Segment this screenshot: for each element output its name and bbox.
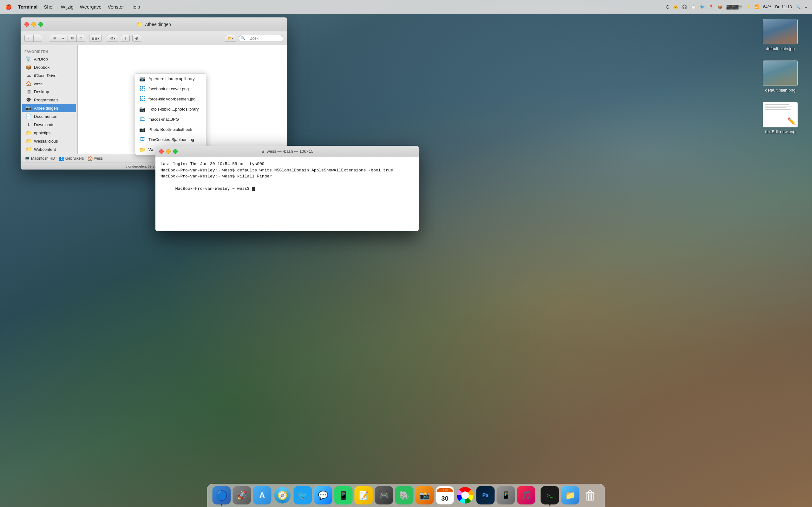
menubar-twitter-icon[interactable]: 🐦	[700, 4, 705, 9]
dock-evernote[interactable]: 🐘	[395, 486, 414, 504]
finder-tag-button[interactable]: ⊕	[132, 35, 141, 42]
finder-view-list[interactable]: ≡	[59, 35, 67, 42]
dock-photoshop[interactable]: Ps	[476, 486, 495, 504]
sidebar-item-desktop[interactable]: 🖥 Desktop	[22, 88, 76, 96]
file-item-macos[interactable]: 🖼 macos-mac.JPG	[135, 114, 206, 124]
finder-minimize-button[interactable]	[32, 22, 36, 26]
file-label-timcookies: TimCookies-Sjabloon.jpg	[148, 137, 194, 142]
menubar-sync-icon[interactable]: 📋	[691, 4, 696, 9]
file-item-force-klik[interactable]: 🖼 force-klik voorbeelden.jpg	[135, 94, 206, 104]
finder-view-icon[interactable]: ⊞	[50, 35, 59, 42]
dock-game[interactable]: 🎮	[375, 486, 393, 504]
dock-twitter[interactable]: 🐦	[294, 486, 312, 504]
breadcrumb-gebruikers[interactable]: Gebruikers	[65, 156, 84, 161]
finder-view-coverflow[interactable]: ⊡	[77, 35, 85, 42]
menubar-icon2[interactable]: 🐱	[673, 4, 678, 9]
finder-path-btn[interactable]: 📂▾	[225, 35, 236, 42]
dock-notes[interactable]: 📝	[355, 486, 373, 504]
menubar-help[interactable]: Help	[131, 4, 140, 9]
menubar: 🍎 Terminal Shell Wijzig Weergave Venster…	[0, 0, 812, 14]
file-item-facebook[interactable]: 🖼 facebook at cover.png	[135, 83, 206, 94]
menubar-terminal[interactable]: Terminal	[18, 4, 38, 9]
finder-forward-button[interactable]: ›	[33, 35, 42, 42]
apple-menu[interactable]: 🍎	[5, 3, 12, 10]
sidebar-item-icloud[interactable]: ☁ iCloud Drive	[22, 71, 76, 79]
sidebar-item-dropbox[interactable]: 📦 Dropbox	[22, 63, 76, 71]
dock-terminal[interactable]: >_	[541, 486, 559, 504]
file-item-photobooth[interactable]: 📷 Photo Booth-bibliotheek	[135, 124, 206, 134]
force-klik-icon: 🖼	[139, 95, 146, 102]
sidebar-item-programmas[interactable]: 🎓 Programma's	[22, 96, 76, 104]
menubar-weergave[interactable]: Weergave	[80, 4, 101, 9]
breadcrumb-wess[interactable]: wess	[94, 156, 103, 161]
file-label-macos: macos-mac.JPG	[148, 117, 179, 122]
menubar-battery-bar[interactable]: ▓▓▓▓░	[726, 4, 741, 9]
dropbox-icon: 📦	[26, 64, 32, 70]
terminal-close-button[interactable]	[159, 149, 164, 154]
dock-appstore[interactable]: A	[253, 486, 271, 504]
home-icon: 🏠	[26, 81, 32, 87]
finder-close-button[interactable]	[24, 22, 29, 26]
menubar-bluetooth-icon[interactable]: ⚡	[745, 4, 751, 9]
sidebar-item-wess[interactable]: 🏠 wess	[22, 79, 76, 88]
sidebar-item-webcontent[interactable]: 📁 Webcontent	[22, 145, 76, 153]
dock-whatsapp[interactable]: 📱	[334, 486, 353, 504]
menubar-venster[interactable]: Venster	[108, 4, 124, 9]
desktop-icon-label-jpg: default plain.jpg	[766, 46, 795, 51]
dock-messages[interactable]: 💬	[314, 486, 333, 504]
sidebar-item-downloads[interactable]: ⬇ Downloads	[22, 120, 76, 129]
dock-finder[interactable]: 🔵	[212, 486, 231, 504]
terminal-minimize-button[interactable]	[166, 149, 171, 154]
finder-search-box[interactable]: Zoek	[239, 35, 283, 42]
sidebar-item-wessalicious[interactable]: 📁 Wessalicious	[22, 137, 76, 145]
menubar-gramerly-icon[interactable]: G	[666, 4, 670, 9]
menubar-wijzig[interactable]: Wijzig	[61, 4, 73, 9]
dock-safari[interactable]: 🧭	[273, 486, 292, 504]
finder-view-columns[interactable]: ⊟	[67, 35, 77, 42]
file-item-aperture[interactable]: 📷 Aperture Library.aplibrary	[135, 73, 206, 83]
breadcrumb-macintoshhd[interactable]: Macintosh HD	[31, 156, 55, 161]
finder-back-button[interactable]: ‹	[24, 35, 33, 42]
desktop-icon-textedit[interactable]: ✏️ textEdit new.png	[761, 102, 799, 134]
terminal-maximize-button[interactable]	[173, 149, 177, 154]
desktop-icon-default-png[interactable]: default plain.png	[761, 60, 799, 93]
finder-maximize-button[interactable]	[38, 22, 43, 26]
menubar-wifi-icon[interactable]: 📶	[754, 4, 759, 9]
dock-finder-folder[interactable]: 📁	[561, 486, 579, 504]
file-label-facebook: facebook at cover.png	[148, 87, 189, 91]
menubar-dropbox-icon[interactable]: 📦	[717, 4, 722, 9]
finder-share-button[interactable]: ↑	[121, 35, 130, 42]
menubar-location-icon[interactable]: 📍	[709, 4, 714, 9]
desktop-icon-default-jpg[interactable]: default plain.jpg	[761, 19, 799, 51]
terminal-window-buttons	[159, 149, 177, 154]
dock-iphonebackup[interactable]: 📱	[497, 486, 515, 504]
terminal-line-1: MacBook-Pro-van-Wesley:~ wess$ defaults …	[160, 167, 414, 174]
finder-view-group: ⊞ ≡ ⊟ ⊡	[50, 35, 85, 42]
dock-trash[interactable]: 🗑	[581, 486, 600, 504]
dock-separator	[538, 488, 538, 503]
sidebar-item-airdrop[interactable]: 📡 AirDrop	[22, 55, 76, 63]
dock-itunes[interactable]: 🎵	[517, 486, 536, 504]
menubar-headphones-icon[interactable]: 🎧	[682, 4, 687, 9]
dock-twitter-icon: 🐦	[298, 491, 308, 500]
menubar-shell[interactable]: Shell	[44, 4, 54, 9]
finder-action-button[interactable]: ⚙▾	[107, 35, 118, 42]
finder-view-extra[interactable]: ⊟⊟▾	[89, 35, 102, 42]
sidebar-label-icloud: iCloud Drive	[34, 73, 56, 78]
dock-photos[interactable]	[456, 486, 474, 504]
wallpapers-folder-icon: 📁	[139, 146, 146, 153]
terminal-content[interactable]: Last login: Thu Jun 30 10:54:59 on ttys0…	[155, 157, 419, 231]
dock-iphoto[interactable]: 📸	[415, 486, 434, 504]
file-item-timcookies[interactable]: 🖼 TimCookies-Sjabloon.jpg	[135, 134, 206, 145]
dock-finder-dot	[221, 504, 222, 506]
menubar-spotlight-icon[interactable]: 🔍	[796, 4, 801, 9]
dock-launchpad[interactable]: 🚀	[233, 486, 251, 504]
sidebar-item-appletips[interactable]: 📁 appletips	[22, 129, 76, 137]
menubar-datetime[interactable]: Do 11:13	[775, 4, 792, 9]
sidebar-item-afbeeldingen[interactable]: 📷 Afbeeldingen	[22, 104, 76, 112]
menubar-notificationcenter-icon[interactable]: ≡	[804, 4, 807, 9]
dock-calendar[interactable]: JUN 30	[436, 486, 454, 504]
sidebar-header-favorieten: Favorieten	[20, 48, 78, 55]
sidebar-item-documenten[interactable]: 📄 Documenten	[22, 112, 76, 120]
file-item-fotos[interactable]: 📷 Foto's-biblio....photoslibrary	[135, 104, 206, 114]
